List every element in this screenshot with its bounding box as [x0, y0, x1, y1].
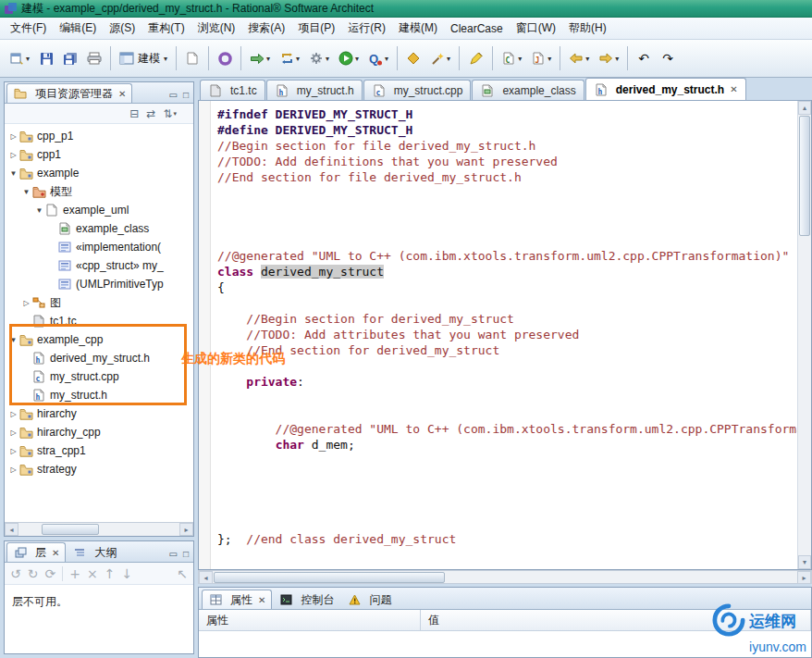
- link-with-editor-icon[interactable]: ⇄: [146, 106, 155, 121]
- tab-project-explorer[interactable]: 项目资源管理器 ✕: [6, 83, 132, 103]
- minimize-icon[interactable]: ▭: [169, 91, 178, 100]
- tree-item[interactable]: ▼example_uml: [5, 201, 193, 219]
- tree-item[interactable]: ▼example: [5, 164, 193, 182]
- tree-item[interactable]: (UMLPrimitiveTyp: [5, 275, 193, 293]
- tree-item[interactable]: example_class: [5, 219, 193, 238]
- expander-icon[interactable]: ▷: [8, 410, 18, 418]
- title-bar[interactable]: 建模 - example_cpp/derived_my_struct.h - R…: [0, 0, 812, 18]
- tree-item[interactable]: cmy_struct.cpp: [5, 367, 193, 386]
- editor-vscrollbar[interactable]: ▴ ▾: [797, 101, 811, 569]
- maximize-icon[interactable]: □: [183, 550, 189, 559]
- menu-item-1[interactable]: 编辑(E): [53, 18, 103, 39]
- synchronize-button[interactable]: ▾: [276, 46, 303, 70]
- scroll-up-icon[interactable]: ▴: [798, 101, 811, 115]
- new-package-button[interactable]: J▾: [527, 46, 555, 70]
- tree-item[interactable]: ▷图: [5, 293, 193, 312]
- menu-item-8[interactable]: 建模(M): [392, 18, 444, 39]
- bookmark-button[interactable]: [402, 46, 424, 70]
- expander-icon[interactable]: ▼: [34, 206, 44, 215]
- code-editor[interactable]: #ifndef DERIVED_MY_STRUCT_H#define DERIV…: [212, 101, 797, 569]
- editor-hscrollbar[interactable]: ◂ ▸: [198, 570, 812, 584]
- redo-nav-button[interactable]: ↷: [657, 46, 679, 70]
- move-up-icon[interactable]: ↑: [105, 566, 116, 581]
- menu-item-9[interactable]: ClearCase: [444, 19, 510, 38]
- annotate-button[interactable]: [464, 46, 487, 70]
- close-icon[interactable]: ✕: [52, 548, 59, 558]
- menu-item-10[interactable]: 窗口(W): [510, 18, 562, 39]
- chevron-down-icon[interactable]: ▾: [585, 55, 589, 63]
- editor-tab-my_struct.h[interactable]: hmy_struct.h: [266, 80, 363, 100]
- editor-tab-my_struct.cpp[interactable]: cmy_struct.cpp: [363, 80, 472, 100]
- maximize-icon[interactable]: □: [183, 91, 189, 100]
- tree-item[interactable]: ▷cpp1: [5, 145, 193, 164]
- run-button[interactable]: ▾: [335, 46, 363, 70]
- close-icon[interactable]: ✕: [258, 595, 265, 605]
- tab-problems[interactable]: 问题: [340, 590, 398, 609]
- menu-item-2[interactable]: 源(S): [103, 18, 141, 39]
- print-button[interactable]: [83, 46, 105, 70]
- scroll-left-icon[interactable]: ◂: [5, 523, 18, 536]
- menu-item-4[interactable]: 浏览(N): [191, 18, 242, 39]
- tree-item[interactable]: ▷hirarchy: [5, 404, 193, 423]
- chevron-down-icon[interactable]: ▾: [26, 55, 30, 63]
- menu-item-3[interactable]: 重构(T): [141, 18, 191, 39]
- tab-console[interactable]: 控制台: [272, 590, 340, 609]
- chevron-down-icon[interactable]: ▾: [547, 55, 551, 63]
- minimize-icon[interactable]: ▭: [169, 550, 178, 559]
- collapse-all-icon[interactable]: ⊟: [129, 106, 139, 121]
- chevron-down-icon[interactable]: ▾: [355, 55, 359, 63]
- new-wizard-button[interactable]: ▾: [6, 46, 33, 70]
- tree-item[interactable]: «cpp_struct» my_: [5, 256, 193, 275]
- new-class-button[interactable]: C▾: [498, 46, 525, 70]
- undo-nav-button[interactable]: ↶: [633, 46, 655, 70]
- menu-item-7[interactable]: 运行(R): [341, 18, 392, 39]
- search-model-button[interactable]: Q▾: [364, 46, 392, 70]
- chevron-down-icon[interactable]: ▾: [296, 55, 300, 63]
- menu-item-11[interactable]: 帮助(H): [562, 18, 613, 39]
- back-button[interactable]: ▾: [565, 46, 593, 70]
- property-column-header[interactable]: 属性: [199, 610, 421, 630]
- delete-icon[interactable]: ×: [87, 566, 98, 581]
- tree-item[interactable]: ▷hirarchy_cpp: [5, 423, 193, 441]
- new-model-button[interactable]: [181, 46, 203, 70]
- forward-button[interactable]: ▾: [595, 46, 622, 70]
- tree-item[interactable]: ▼example_cpp: [5, 330, 193, 349]
- add-icon[interactable]: +: [69, 566, 80, 581]
- save-button[interactable]: [35, 46, 57, 70]
- scroll-down-icon[interactable]: ▾: [798, 555, 811, 569]
- menu-item-5[interactable]: 搜索(A): [241, 18, 291, 39]
- tree-item[interactable]: ▷cpp_p1: [5, 127, 193, 145]
- refresh-workspace-button[interactable]: [214, 46, 236, 70]
- chevron-down-icon[interactable]: ▾: [266, 55, 270, 63]
- tree-item[interactable]: hmy_struct.h: [5, 386, 193, 404]
- move-down-icon[interactable]: ↓: [121, 566, 132, 581]
- expander-icon[interactable]: ▼: [8, 336, 18, 344]
- tree-item[interactable]: ▼模型: [5, 182, 193, 201]
- editor-tab-derived_my_struct.h[interactable]: hderived_my_struct.h✕: [585, 78, 746, 100]
- expander-icon[interactable]: ▷: [8, 428, 18, 437]
- redo-icon[interactable]: ↻: [28, 566, 39, 581]
- tree-item[interactable]: tc1.tc: [5, 312, 193, 330]
- scrollbar-thumb[interactable]: [214, 572, 445, 583]
- scroll-right-icon[interactable]: ▸: [179, 523, 193, 536]
- chevron-down-icon[interactable]: ▾: [518, 55, 522, 63]
- refresh-icon[interactable]: ⟳: [44, 566, 55, 581]
- editor-tab-example_class[interactable]: example_class: [472, 80, 584, 100]
- expander-icon[interactable]: ▼: [21, 188, 31, 196]
- expander-icon[interactable]: ▷: [8, 151, 18, 159]
- expander-icon[interactable]: ▷: [8, 466, 18, 474]
- save-all-button[interactable]: [59, 46, 81, 70]
- open-perspective-button[interactable]: 建模▾: [116, 46, 171, 71]
- run-transformation-button[interactable]: ▾: [246, 46, 274, 70]
- chevron-down-icon[interactable]: ▾: [615, 55, 619, 63]
- tree-item[interactable]: ▷stra_cpp1: [5, 441, 193, 460]
- scroll-left-icon[interactable]: ◂: [199, 571, 213, 584]
- expander-icon[interactable]: ▷: [8, 132, 18, 141]
- close-icon[interactable]: ✕: [730, 84, 737, 94]
- expander-icon[interactable]: ▷: [8, 447, 18, 455]
- scroll-right-icon[interactable]: ▸: [797, 571, 811, 584]
- view-menu-icon[interactable]: ⇅▾: [163, 106, 177, 121]
- editor-tab-tc1.tc[interactable]: tc1.tc: [200, 80, 265, 100]
- scrollbar-thumb[interactable]: [42, 524, 99, 535]
- tree-item[interactable]: ▷strategy: [5, 460, 193, 478]
